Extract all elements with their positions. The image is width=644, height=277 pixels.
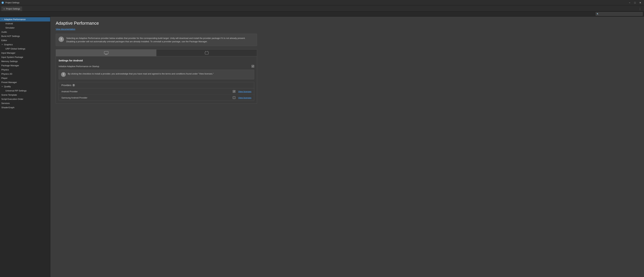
providers-header: Providers ? [59, 82, 254, 88]
main-layout: Adaptive Performance Android Simulator A… [0, 16, 644, 277]
sidebar-item-label: Input System Package [1, 56, 23, 58]
title-bar: U Project Settings − □ ✕ [0, 0, 644, 5]
sidebar-item-universal-rp[interactable]: Universal RP Settings [0, 88, 50, 93]
warning-icon: ! [61, 72, 66, 77]
sidebar-item-label: Adaptive Performance [4, 18, 26, 21]
desktop-icon [104, 51, 108, 55]
providers-label: Providers [62, 84, 71, 86]
sidebar-item-label: Graphics [4, 43, 13, 46]
window-controls: − □ ✕ [627, 1, 643, 4]
info-icon: ! [58, 36, 64, 42]
sidebar-item-label: Package Manager [1, 64, 19, 67]
sidebar-item-quality[interactable]: Quality [0, 84, 50, 88]
content-area: Adaptive Performance View documentation … [50, 16, 644, 277]
maximize-button[interactable]: □ [632, 1, 637, 4]
sidebar-item-script-execution[interactable]: Script Execution Order [0, 97, 50, 101]
platform-tabs [56, 49, 257, 56]
svg-rect-2 [104, 51, 108, 54]
sidebar-item-urp-global[interactable]: URP Global Settings [0, 47, 50, 51]
sidebar-item-input-manager[interactable]: Input Manager [0, 51, 50, 55]
sidebar-item-label: Scene Template [1, 94, 17, 96]
window-title: Project Settings [5, 2, 20, 4]
sidebar-item-label: Services [1, 102, 10, 104]
samsung-provider-name: Samsung Android Provider [62, 96, 233, 99]
settings-for-android-title: Settings for Android [58, 59, 254, 62]
sidebar-item-label: Universal RP Settings [5, 90, 26, 92]
gear-icon: ⚙ [3, 8, 5, 10]
sidebar-item-label: ShaderGraph [1, 106, 14, 109]
warning-box: ! By clicking the checkbox to install a … [58, 70, 254, 79]
sidebar-item-audio[interactable]: Audio [0, 30, 50, 34]
sidebar-item-player[interactable]: Player [0, 76, 50, 80]
sidebar-item-memory-settings[interactable]: Memory Settings [0, 59, 50, 64]
sidebar-item-label: Simulator [5, 26, 14, 29]
search-input[interactable] [596, 12, 643, 16]
svg-point-8 [206, 51, 206, 51]
android-provider-checkbox[interactable] [233, 90, 236, 93]
sidebar-item-label: Audio [1, 31, 7, 33]
sidebar-item-preset-manager[interactable]: Preset Manager [0, 80, 50, 84]
sidebar-item-burst-aot[interactable]: Burst AOT Settings [0, 34, 50, 38]
desktop-platform-tab[interactable] [56, 50, 156, 56]
initialize-setting-row: Initialize Adaptive Performance on Start… [58, 64, 254, 68]
sidebar-item-label: Physics [1, 68, 9, 71]
view-documentation-link[interactable]: View documentation [56, 28, 75, 30]
sidebar-item-label: Player [1, 77, 8, 79]
tab-label: Project Settings [6, 8, 20, 10]
samsung-provider-view-licenses[interactable]: View licenses [238, 96, 251, 99]
sidebar-item-label: Editor [1, 39, 7, 42]
android-platform-tab[interactable] [156, 50, 257, 56]
sidebar-item-input-system[interactable]: Input System Package [0, 55, 50, 59]
sidebar-item-label: Quality [4, 85, 11, 88]
samsung-provider-checkbox[interactable] [233, 96, 236, 99]
android-icon [205, 51, 209, 55]
android-provider-row: Android Provider View licenses [59, 88, 254, 95]
sidebar-item-label: Preset Manager [1, 81, 17, 84]
sidebar-item-label: Memory Settings [1, 60, 18, 62]
sidebar-item-physics[interactable]: Physics [0, 68, 50, 72]
title-bar-left: U Project Settings [1, 1, 20, 4]
menu-dots-icon[interactable]: ⋮ [637, 8, 643, 10]
tab-bar-right: ⋮ [637, 8, 643, 11]
svg-point-10 [208, 51, 208, 51]
sidebar-item-simulator[interactable]: Simulator [0, 26, 50, 30]
sidebar-item-editor[interactable]: Editor [0, 38, 50, 42]
initialize-label: Initialize Adaptive Performance on Start… [58, 65, 252, 68]
search-wrapper [596, 12, 643, 16]
app-icon: U [1, 1, 4, 4]
svg-rect-6 [205, 52, 208, 54]
sidebar-item-services[interactable]: Services [0, 101, 50, 105]
triangle-adaptive-performance [1, 18, 3, 20]
close-button[interactable]: ✕ [638, 1, 643, 4]
search-row [0, 12, 644, 16]
sidebar-item-label: Script Execution Order [1, 98, 23, 100]
sidebar-item-label: Burst AOT Settings [1, 35, 20, 38]
sidebar-item-shader-graph[interactable]: ShaderGraph [0, 105, 50, 110]
providers-section: Providers ? Android Provider View licens… [58, 82, 254, 101]
sidebar: Adaptive Performance Android Simulator A… [0, 16, 50, 277]
sidebar-item-physics-2d[interactable]: Physics 2D [0, 72, 50, 76]
sidebar-item-graphics[interactable]: Graphics [0, 42, 50, 47]
info-box: ! Selecting an Adaptive Performance prov… [56, 34, 257, 46]
samsung-provider-row: Samsung Android Provider View licenses [59, 95, 254, 101]
settings-panel: Settings for Android Initialize Adaptive… [56, 56, 257, 104]
sidebar-item-android[interactable]: Android [0, 22, 50, 26]
sidebar-item-label: URP Global Settings [5, 48, 25, 50]
minimize-button[interactable]: − [627, 1, 632, 4]
android-provider-view-licenses[interactable]: View licenses [238, 90, 251, 93]
initialize-checkbox[interactable] [252, 65, 254, 68]
sidebar-item-label: Physics 2D [1, 73, 12, 75]
sidebar-item-label: Input Manager [1, 52, 16, 54]
android-provider-name: Android Provider [62, 90, 233, 93]
sidebar-item-package-manager[interactable]: Package Manager [0, 64, 50, 68]
project-settings-tab[interactable]: ⚙ Project Settings [1, 6, 22, 11]
warning-text: By clicking the checkbox to install a pr… [68, 72, 214, 76]
triangle-graphics [1, 44, 3, 46]
info-text: Selecting an Adaptive Performance provid… [66, 36, 254, 43]
page-title: Adaptive Performance [56, 21, 257, 26]
tab-bar: ⚙ Project Settings ⋮ [0, 5, 644, 12]
sidebar-item-adaptive-performance[interactable]: Adaptive Performance [0, 17, 50, 22]
content-inner: Adaptive Performance View documentation … [56, 21, 257, 104]
sidebar-item-scene-template[interactable]: Scene Template [0, 93, 50, 97]
providers-help-icon[interactable]: ? [72, 84, 75, 86]
